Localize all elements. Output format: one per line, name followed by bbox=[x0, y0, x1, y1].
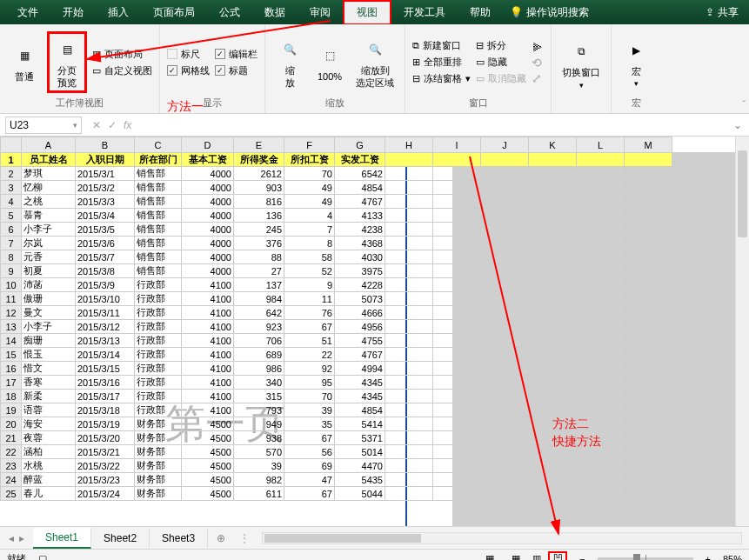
cell-E10[interactable]: 137 bbox=[234, 278, 284, 292]
cell-C1[interactable]: 所在部门 bbox=[135, 153, 182, 167]
cell-M6[interactable] bbox=[625, 223, 672, 237]
zoom-button[interactable]: 🔍 缩 放 bbox=[272, 34, 307, 90]
cell-J1[interactable] bbox=[481, 153, 529, 167]
cell-M3[interactable] bbox=[625, 181, 672, 195]
cell-L2[interactable] bbox=[577, 167, 625, 181]
cell-K18[interactable] bbox=[529, 390, 577, 403]
cell-I13[interactable] bbox=[433, 320, 481, 334]
tab-nav[interactable]: ◂ ▸ bbox=[0, 532, 33, 544]
cell-G9[interactable]: 3975 bbox=[335, 264, 385, 278]
cell-G12[interactable]: 4666 bbox=[335, 306, 385, 320]
cell-E24[interactable]: 982 bbox=[234, 473, 284, 487]
row-header-13[interactable]: 13 bbox=[1, 320, 22, 334]
cell-A21[interactable]: 夜蓉 bbox=[22, 431, 76, 445]
cell-M4[interactable] bbox=[625, 195, 672, 209]
cell-L8[interactable] bbox=[577, 250, 625, 264]
tab-sheet3[interactable]: Sheet3 bbox=[150, 529, 208, 548]
cell-F3[interactable]: 49 bbox=[284, 181, 335, 195]
cell-E23[interactable]: 39 bbox=[234, 459, 284, 473]
cell-I6[interactable] bbox=[433, 223, 481, 237]
cell-C25[interactable]: 财务部 bbox=[135, 487, 182, 501]
cell-L5[interactable] bbox=[577, 209, 625, 223]
row-header-9[interactable]: 9 bbox=[1, 264, 22, 278]
menu-review[interactable]: 审阅 bbox=[298, 2, 343, 23]
cell-E22[interactable]: 570 bbox=[234, 445, 284, 459]
cell-I9[interactable] bbox=[433, 264, 481, 278]
cell-E17[interactable]: 340 bbox=[234, 376, 284, 390]
zoom-level[interactable]: 85% bbox=[723, 554, 742, 561]
cell-K9[interactable] bbox=[529, 264, 577, 278]
cell-J13[interactable] bbox=[481, 320, 529, 334]
cell-E21[interactable]: 938 bbox=[234, 431, 284, 445]
scrollbar-thumb[interactable] bbox=[264, 534, 421, 543]
cell-C7[interactable]: 销售部 bbox=[135, 237, 182, 250]
cell-I5[interactable] bbox=[433, 209, 481, 223]
cell-M1[interactable] bbox=[625, 153, 672, 167]
cell-F9[interactable]: 52 bbox=[284, 264, 335, 278]
cell-C19[interactable]: 行政部 bbox=[135, 403, 182, 417]
cell-H17[interactable] bbox=[385, 376, 433, 390]
cell-C4[interactable]: 销售部 bbox=[135, 195, 182, 209]
cell-I2[interactable] bbox=[433, 167, 481, 181]
cell-H19[interactable] bbox=[385, 403, 433, 417]
cell-E2[interactable]: 2612 bbox=[234, 167, 284, 181]
cell-G11[interactable]: 5073 bbox=[335, 292, 385, 306]
cell-B2[interactable]: 2015/3/1 bbox=[76, 167, 135, 181]
cell-K1[interactable] bbox=[529, 153, 577, 167]
cell-F7[interactable]: 8 bbox=[284, 237, 335, 250]
menu-insert[interactable]: 插入 bbox=[96, 2, 141, 23]
scrollbar-thumb[interactable] bbox=[738, 150, 747, 237]
col-header-M[interactable]: M bbox=[625, 137, 672, 153]
cell-B3[interactable]: 2015/3/2 bbox=[76, 181, 135, 195]
cell-K23[interactable] bbox=[529, 459, 577, 473]
cell-A11[interactable]: 傲珊 bbox=[22, 292, 76, 306]
cell-F8[interactable]: 58 bbox=[284, 250, 335, 264]
col-header-J[interactable]: J bbox=[481, 137, 529, 153]
cell-I24[interactable] bbox=[433, 473, 481, 487]
cell-A6[interactable]: 小李子 bbox=[22, 223, 76, 237]
col-header-C[interactable]: C bbox=[135, 137, 182, 153]
hide-button[interactable]: ▭隐藏 bbox=[476, 56, 507, 69]
name-box[interactable]: U23 ▾ bbox=[5, 117, 82, 134]
cell-M14[interactable] bbox=[625, 334, 672, 348]
cell-B10[interactable]: 2015/3/9 bbox=[76, 278, 135, 292]
cell-L16[interactable] bbox=[577, 362, 625, 376]
cell-F17[interactable]: 95 bbox=[284, 376, 335, 390]
zoom-100-button[interactable]: ⬚ 100% bbox=[312, 40, 347, 84]
col-header-G[interactable]: G bbox=[335, 137, 385, 153]
cell-G13[interactable]: 4956 bbox=[335, 320, 385, 334]
split-button[interactable]: ⊟拆分 bbox=[476, 39, 506, 52]
cell-M13[interactable] bbox=[625, 320, 672, 334]
cell-A12[interactable]: 曼文 bbox=[22, 306, 76, 320]
cell-K8[interactable] bbox=[529, 250, 577, 264]
gridlines-checkbox[interactable]: ✓网格线 bbox=[167, 64, 210, 77]
row-header-12[interactable]: 12 bbox=[1, 306, 22, 320]
cell-D21[interactable]: 4500 bbox=[182, 431, 234, 445]
cell-E25[interactable]: 611 bbox=[234, 487, 284, 501]
row-header-15[interactable]: 15 bbox=[1, 348, 22, 362]
cell-C15[interactable]: 行政部 bbox=[135, 348, 182, 362]
cell-F25[interactable]: 67 bbox=[284, 487, 335, 501]
cell-I17[interactable] bbox=[433, 376, 481, 390]
cell-G14[interactable]: 4755 bbox=[335, 334, 385, 348]
cell-C6[interactable]: 销售部 bbox=[135, 223, 182, 237]
cell-L4[interactable] bbox=[577, 195, 625, 209]
normal-view-button[interactable]: ▦ 普通 bbox=[7, 40, 42, 84]
row-header-22[interactable]: 22 bbox=[1, 445, 22, 459]
cell-E3[interactable]: 903 bbox=[234, 181, 284, 195]
cell-C22[interactable]: 财务部 bbox=[135, 445, 182, 459]
cell-F15[interactable]: 22 bbox=[284, 348, 335, 362]
cell-M25[interactable] bbox=[625, 487, 672, 501]
cell-H16[interactable] bbox=[385, 362, 433, 376]
cell-B17[interactable]: 2015/3/16 bbox=[76, 376, 135, 390]
cell-C24[interactable]: 财务部 bbox=[135, 473, 182, 487]
reset-window-icon[interactable]: ⤢ bbox=[532, 71, 542, 85]
row-header-8[interactable]: 8 bbox=[1, 250, 22, 264]
cell-I23[interactable] bbox=[433, 459, 481, 473]
cell-G21[interactable]: 5371 bbox=[335, 431, 385, 445]
row-header-7[interactable]: 7 bbox=[1, 237, 22, 250]
cell-I18[interactable] bbox=[433, 390, 481, 403]
cell-D9[interactable]: 4000 bbox=[182, 264, 234, 278]
cell-E1[interactable]: 所得奖金 bbox=[234, 153, 284, 167]
cell-J17[interactable] bbox=[481, 376, 529, 390]
